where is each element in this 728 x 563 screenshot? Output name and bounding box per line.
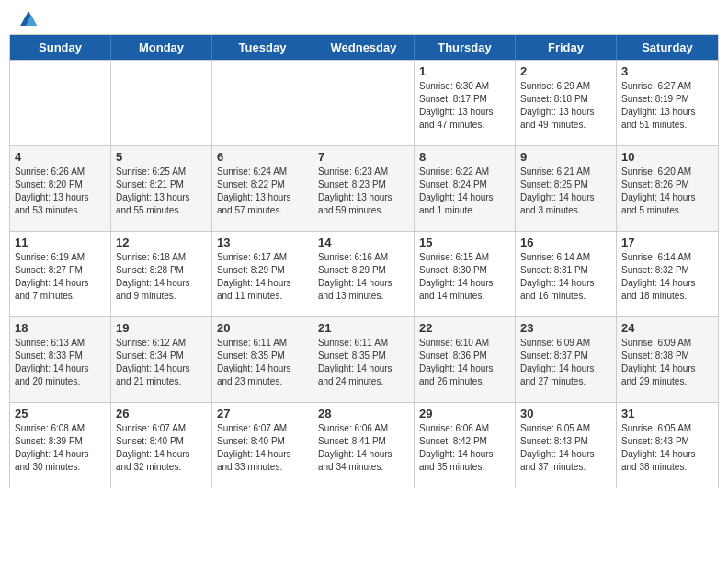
calendar-week-1: 1Sunrise: 6:30 AMSunset: 8:17 PMDaylight… [10, 60, 718, 145]
day-number: 29 [419, 407, 510, 420]
day-number: 14 [318, 236, 409, 249]
day-number: 21 [318, 321, 409, 335]
calendar-cell-20: 20Sunrise: 6:11 AMSunset: 8:35 PMDayligh… [212, 317, 313, 402]
day-number: 19 [116, 321, 207, 335]
page-wrapper: SundayMondayTuesdayWednesdayThursdayFrid… [0, 0, 728, 488]
day-number: 24 [621, 321, 713, 335]
calendar-cell-13: 13Sunrise: 6:17 AMSunset: 8:29 PMDayligh… [212, 232, 313, 316]
calendar-cell-3: 3Sunrise: 6:27 AMSunset: 8:19 PMDaylight… [617, 61, 718, 145]
calendar-cell-30: 30Sunrise: 6:05 AMSunset: 8:43 PMDayligh… [516, 403, 617, 488]
day-info: Sunrise: 6:05 AMSunset: 8:43 PMDaylight:… [520, 422, 611, 474]
calendar-cell-14: 14Sunrise: 6:16 AMSunset: 8:29 PMDayligh… [313, 232, 415, 316]
calendar-cell-1: 1Sunrise: 6:30 AMSunset: 8:17 PMDaylight… [415, 61, 516, 145]
weekday-header-friday: Friday [516, 35, 617, 60]
calendar-cell-19: 19Sunrise: 6:12 AMSunset: 8:34 PMDayligh… [111, 317, 212, 402]
day-info: Sunrise: 6:22 AMSunset: 8:24 PMDaylight:… [419, 166, 510, 217]
calendar-cell-25: 25Sunrise: 6:08 AMSunset: 8:39 PMDayligh… [10, 403, 111, 488]
calendar-cell-29: 29Sunrise: 6:06 AMSunset: 8:42 PMDayligh… [415, 403, 516, 488]
day-number: 17 [621, 236, 713, 249]
day-info: Sunrise: 6:07 AMSunset: 8:40 PMDaylight:… [217, 422, 308, 474]
calendar-header: SundayMondayTuesdayWednesdayThursdayFrid… [10, 35, 718, 60]
day-info: Sunrise: 6:30 AMSunset: 8:17 PMDaylight:… [419, 80, 510, 132]
day-info: Sunrise: 6:11 AMSunset: 8:35 PMDaylight:… [318, 337, 409, 388]
day-info: Sunrise: 6:29 AMSunset: 8:18 PMDaylight:… [520, 80, 611, 132]
day-number: 30 [520, 407, 611, 420]
weekday-header-tuesday: Tuesday [212, 35, 313, 60]
day-number: 9 [520, 150, 611, 164]
day-info: Sunrise: 6:06 AMSunset: 8:42 PMDaylight:… [419, 422, 510, 474]
calendar-cell-empty-3 [313, 61, 415, 145]
weekday-header-monday: Monday [111, 35, 212, 60]
day-number: 8 [419, 150, 510, 164]
calendar-cell-15: 15Sunrise: 6:15 AMSunset: 8:30 PMDayligh… [415, 232, 516, 316]
day-number: 7 [318, 150, 409, 164]
day-number: 22 [419, 321, 510, 335]
calendar-cell-empty-2 [212, 61, 313, 145]
day-number: 6 [217, 150, 308, 164]
calendar: SundayMondayTuesdayWednesdayThursdayFrid… [9, 34, 719, 488]
calendar-week-5: 25Sunrise: 6:08 AMSunset: 8:39 PMDayligh… [10, 402, 718, 488]
calendar-week-2: 4Sunrise: 6:26 AMSunset: 8:20 PMDaylight… [10, 145, 718, 231]
calendar-cell-9: 9Sunrise: 6:21 AMSunset: 8:25 PMDaylight… [516, 146, 617, 231]
calendar-cell-7: 7Sunrise: 6:23 AMSunset: 8:23 PMDaylight… [313, 146, 415, 231]
calendar-cell-8: 8Sunrise: 6:22 AMSunset: 8:24 PMDaylight… [415, 146, 516, 231]
day-info: Sunrise: 6:05 AMSunset: 8:43 PMDaylight:… [621, 422, 713, 474]
calendar-cell-23: 23Sunrise: 6:09 AMSunset: 8:37 PMDayligh… [516, 317, 617, 402]
calendar-cell-17: 17Sunrise: 6:14 AMSunset: 8:32 PMDayligh… [617, 232, 718, 316]
day-number: 1 [419, 64, 510, 78]
day-number: 23 [520, 321, 611, 335]
logo [18, 9, 42, 29]
day-info: Sunrise: 6:20 AMSunset: 8:26 PMDaylight:… [621, 166, 713, 217]
day-number: 26 [116, 407, 207, 420]
calendar-cell-11: 11Sunrise: 6:19 AMSunset: 8:27 PMDayligh… [10, 232, 111, 316]
calendar-cell-10: 10Sunrise: 6:20 AMSunset: 8:26 PMDayligh… [617, 146, 718, 231]
day-info: Sunrise: 6:18 AMSunset: 8:28 PMDaylight:… [116, 251, 207, 303]
page-header [0, 0, 728, 34]
day-number: 20 [217, 321, 308, 335]
day-info: Sunrise: 6:13 AMSunset: 8:33 PMDaylight:… [15, 337, 106, 388]
calendar-cell-6: 6Sunrise: 6:24 AMSunset: 8:22 PMDaylight… [212, 146, 313, 231]
day-number: 11 [15, 236, 106, 249]
day-info: Sunrise: 6:15 AMSunset: 8:30 PMDaylight:… [419, 251, 510, 303]
day-number: 13 [217, 236, 308, 249]
calendar-cell-5: 5Sunrise: 6:25 AMSunset: 8:21 PMDaylight… [111, 146, 212, 231]
day-info: Sunrise: 6:07 AMSunset: 8:40 PMDaylight:… [116, 422, 207, 474]
day-number: 28 [318, 407, 409, 420]
day-number: 2 [520, 64, 611, 78]
calendar-cell-31: 31Sunrise: 6:05 AMSunset: 8:43 PMDayligh… [617, 403, 718, 488]
calendar-cell-empty-1 [111, 61, 212, 145]
day-number: 18 [15, 321, 106, 335]
day-info: Sunrise: 6:23 AMSunset: 8:23 PMDaylight:… [318, 166, 409, 217]
calendar-cell-12: 12Sunrise: 6:18 AMSunset: 8:28 PMDayligh… [111, 232, 212, 316]
calendar-cell-24: 24Sunrise: 6:09 AMSunset: 8:38 PMDayligh… [617, 317, 718, 402]
day-info: Sunrise: 6:16 AMSunset: 8:29 PMDaylight:… [318, 251, 409, 303]
day-number: 16 [520, 236, 611, 249]
calendar-cell-26: 26Sunrise: 6:07 AMSunset: 8:40 PMDayligh… [111, 403, 212, 488]
weekday-header-thursday: Thursday [415, 35, 516, 60]
day-info: Sunrise: 6:11 AMSunset: 8:35 PMDaylight:… [217, 337, 308, 388]
day-number: 25 [15, 407, 106, 420]
calendar-cell-empty-0 [10, 61, 111, 145]
day-number: 3 [621, 64, 713, 78]
weekday-header-sunday: Sunday [10, 35, 111, 60]
calendar-cell-28: 28Sunrise: 6:06 AMSunset: 8:41 PMDayligh… [313, 403, 415, 488]
day-info: Sunrise: 6:25 AMSunset: 8:21 PMDaylight:… [116, 166, 207, 217]
calendar-cell-4: 4Sunrise: 6:26 AMSunset: 8:20 PMDaylight… [10, 146, 111, 231]
calendar-cell-18: 18Sunrise: 6:13 AMSunset: 8:33 PMDayligh… [10, 317, 111, 402]
day-info: Sunrise: 6:09 AMSunset: 8:38 PMDaylight:… [621, 337, 713, 388]
day-info: Sunrise: 6:19 AMSunset: 8:27 PMDaylight:… [15, 251, 106, 303]
calendar-cell-2: 2Sunrise: 6:29 AMSunset: 8:18 PMDaylight… [516, 61, 617, 145]
day-info: Sunrise: 6:27 AMSunset: 8:19 PMDaylight:… [621, 80, 713, 132]
day-number: 12 [116, 236, 207, 249]
day-info: Sunrise: 6:24 AMSunset: 8:22 PMDaylight:… [217, 166, 308, 217]
day-number: 10 [621, 150, 713, 164]
day-number: 4 [15, 150, 106, 164]
day-info: Sunrise: 6:12 AMSunset: 8:34 PMDaylight:… [116, 337, 207, 388]
logo-icon [18, 9, 39, 29]
calendar-cell-16: 16Sunrise: 6:14 AMSunset: 8:31 PMDayligh… [516, 232, 617, 316]
day-info: Sunrise: 6:26 AMSunset: 8:20 PMDaylight:… [15, 166, 106, 217]
day-info: Sunrise: 6:14 AMSunset: 8:31 PMDaylight:… [520, 251, 611, 303]
calendar-week-4: 18Sunrise: 6:13 AMSunset: 8:33 PMDayligh… [10, 316, 718, 402]
day-info: Sunrise: 6:06 AMSunset: 8:41 PMDaylight:… [318, 422, 409, 474]
calendar-cell-22: 22Sunrise: 6:10 AMSunset: 8:36 PMDayligh… [415, 317, 516, 402]
